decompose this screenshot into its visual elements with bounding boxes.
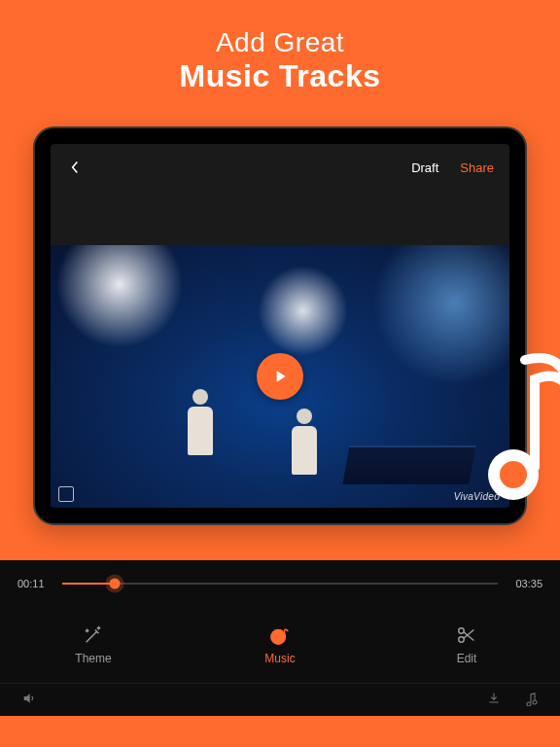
volume-button[interactable] xyxy=(21,691,37,709)
time-total: 03:35 xyxy=(509,578,542,589)
tool-theme-label: Theme xyxy=(75,652,111,665)
music-disc-icon xyxy=(269,624,291,646)
tool-theme[interactable]: Theme xyxy=(0,607,187,683)
tool-edit[interactable]: Edit xyxy=(373,607,560,683)
scissors-icon xyxy=(456,624,477,646)
figure-guitarist xyxy=(179,389,222,496)
top-actions: Draft Share xyxy=(411,160,494,175)
chevron-left-icon xyxy=(70,160,80,174)
tool-music-label: Music xyxy=(264,652,295,665)
play-icon xyxy=(270,367,290,386)
keyboard-prop xyxy=(343,445,476,484)
tool-edit-label: Edit xyxy=(457,652,477,665)
fullscreen-icon[interactable] xyxy=(58,486,74,502)
music-mini-button[interactable] xyxy=(523,691,539,709)
panel-wrapper: 00:11 03:35 Theme Music xyxy=(0,560,560,747)
download-button[interactable] xyxy=(486,691,502,709)
timeline: 00:11 03:35 xyxy=(0,560,560,607)
speaker-icon xyxy=(21,691,37,706)
draft-button[interactable]: Draft xyxy=(411,160,438,175)
bottom-panel: 00:11 03:35 Theme Music xyxy=(0,560,560,716)
share-button[interactable]: Share xyxy=(460,160,494,175)
seek-handle[interactable] xyxy=(109,579,120,589)
download-icon xyxy=(486,691,502,706)
tool-row: Theme Music Edit xyxy=(0,607,560,683)
video-preview[interactable]: VivaVideo xyxy=(51,245,509,508)
footer-row xyxy=(0,683,560,716)
time-current: 00:11 xyxy=(18,578,51,589)
seek-track[interactable] xyxy=(62,583,498,585)
topbar: Draft Share xyxy=(51,144,509,191)
promo-line1: Add Great xyxy=(0,27,560,58)
app-screen: Draft Share VivaVideo xyxy=(51,144,509,508)
tablet-frame: Draft Share VivaVideo xyxy=(33,126,527,525)
promo-line2: Music Tracks xyxy=(0,58,560,94)
back-button[interactable] xyxy=(66,159,84,176)
figure-person xyxy=(280,409,329,496)
tool-music[interactable]: Music xyxy=(187,607,373,683)
promo-title: Add Great Music Tracks xyxy=(0,0,560,116)
music-note-icon xyxy=(523,691,539,706)
play-button[interactable] xyxy=(257,353,303,400)
seek-progress xyxy=(62,583,115,585)
watermark: VivaVideo xyxy=(454,491,500,502)
wand-icon xyxy=(83,624,104,646)
svg-point-3 xyxy=(276,635,280,639)
